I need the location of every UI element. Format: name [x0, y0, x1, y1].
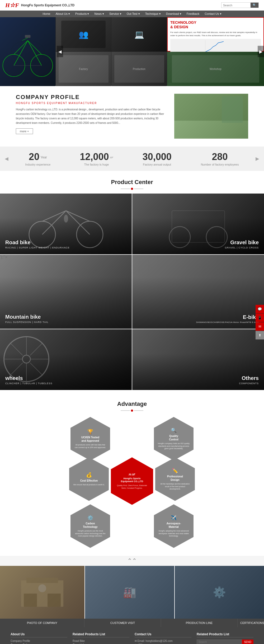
product-mountain-bike[interactable]: ');"> Mountain bike FULL SUSPENSION | HA…: [0, 255, 132, 329]
side-wechat-button[interactable]: 💬: [256, 305, 264, 313]
footer-search-input[interactable]: [197, 640, 242, 644]
more-button[interactable]: more +: [16, 128, 33, 134]
product-wheels[interactable]: wheels CLINCHER | TUBULAR | TUBELESS: [0, 329, 132, 390]
nav-home[interactable]: Home: [40, 11, 53, 17]
product-center-section: Product Center Road bike: [0, 171, 264, 390]
svg-rect-33: [26, 578, 58, 583]
product-gravel-bike[interactable]: Gravel bike GRAVEL | CYCLO CROSS: [132, 194, 264, 254]
nav-contact[interactable]: Contact Us ▾: [202, 11, 224, 17]
footer-contact-col: Contact Us ✉ Email: hongfubikes@126.com …: [135, 632, 191, 644]
footer-products-col: Related Products List Road Bike Gravel b…: [73, 632, 129, 644]
hex-quality-text: HongFu company holds an ISO quality stan…: [158, 442, 190, 450]
hex-uci-text: All products come with test data that ca…: [74, 444, 106, 449]
scroll-to-top-bar: ⌃⌃: [0, 556, 264, 566]
main-nav: Home About Us ▾ Products ▾ News ▾ Servic…: [0, 11, 264, 17]
gallery-section: 🏭 ⚙️: [0, 566, 264, 619]
footer-related2-col: Related Products List SEND links: f in ▶…: [197, 632, 253, 644]
product-center-title: Product Center: [0, 179, 264, 186]
svg-point-21: [206, 227, 227, 248]
stats-next-button[interactable]: ▶: [253, 156, 261, 162]
gallery-label-company[interactable]: PHOTO OF COMPANY: [0, 619, 84, 627]
side-message-button[interactable]: ✉: [256, 322, 264, 331]
hex-carbon-title: CarbonTechnology: [74, 522, 106, 529]
nav-download[interactable]: Download ▾: [163, 11, 184, 17]
gallery-company[interactable]: [0, 566, 84, 619]
section-divider: [0, 188, 264, 190]
hex-professional: ✏️ ProfessionalDesign All the hardships …: [155, 457, 195, 501]
footer-links-section: About Us Company Profile Company Culture…: [0, 627, 264, 644]
nav-service[interactable]: Service ▾: [107, 11, 124, 17]
others-sub: COMPONENTS: [239, 382, 259, 385]
hex-quality: 🔍 QualityControl HongFu company holds an…: [154, 417, 194, 460]
svg-line-14: [42, 211, 66, 221]
side-scroll-button[interactable]: ⬆: [256, 331, 264, 339]
hex-uci-title: UCI/EN Testedand Approved: [74, 436, 106, 443]
footer-related2-title: Related Products List: [197, 632, 253, 637]
road-bike-name: Road bike: [5, 239, 70, 246]
svg-rect-35: [24, 594, 37, 607]
hex-aerospace: ✈️ Aerospace-Material HongFu adopting th…: [154, 504, 194, 548]
stat-number: 20: [29, 151, 39, 162]
hex-cost: 💰 Cost Effective We ensure that all prod…: [69, 457, 109, 501]
nav-news[interactable]: News ▾: [92, 11, 107, 17]
svg-line-8: [22, 38, 28, 41]
stat-unit-2: m²: [110, 156, 113, 159]
logo[interactable]: H☆F HongFu Sports Equipment CO.,LTD: [5, 2, 74, 9]
hero-cell-design: 💻: [111, 17, 167, 51]
search-input[interactable]: [221, 3, 251, 7]
footer-company-profile-link[interactable]: Company Profile: [11, 640, 67, 642]
search-button[interactable]: 🔍: [251, 3, 258, 8]
scroll-top-button[interactable]: ⌃⌃: [127, 557, 137, 564]
hero-prev-button[interactable]: ◀: [57, 46, 63, 57]
stats-prev-button[interactable]: ◀: [3, 156, 11, 162]
stats-items: 20 Year Industry experience 12,000 m² Th…: [11, 151, 253, 166]
svg-rect-7: [25, 35, 31, 38]
nav-about[interactable]: About Us ▾: [53, 11, 73, 17]
hex-carbon-text: HongFu products use the most advanced ca…: [74, 530, 106, 537]
svg-point-34: [38, 584, 46, 592]
hex-uci: 🏆 UCI/EN Testedand Approved All products…: [70, 417, 110, 460]
stat-label-3: Factory annual output: [143, 163, 172, 166]
stat-number-4: 280: [201, 151, 239, 162]
stat-employees: 280 Number of factory employees: [201, 151, 239, 166]
footer-road-bike-link[interactable]: Road Bike: [73, 640, 129, 642]
product-ebike[interactable]: E-bike SHIMANO/BOSCH/BROSE/FAZUA Motor R…: [132, 255, 264, 329]
svg-line-17: [66, 211, 90, 234]
mountain-bike-sub: FULL SUSPENSION | HARD TAIL: [5, 321, 49, 323]
nav-products[interactable]: Products ▾: [73, 11, 92, 17]
product-wheels-label: wheels CLINCHER | TUBULAR | TUBELESS: [5, 375, 52, 385]
gallery-customer[interactable]: 🏭: [85, 566, 174, 619]
hero-banner: 👥 💻 TECHNOLOGY& DESIGN For each clients …: [0, 17, 264, 86]
product-road-bike[interactable]: Road bike RACING | SUPER LIGHT WEIGHT | …: [0, 194, 132, 254]
hero-cell-factory1: Factory: [56, 52, 111, 86]
side-buttons: 💬 📱 ✉ ⬆: [256, 305, 264, 339]
hex-carbon: ⚙️ CarbonTechnology HongFu products use …: [70, 504, 110, 548]
gallery-labels-bar: PHOTO OF COMPANY CUSTOMER VISIT PRODUCTI…: [0, 619, 264, 627]
divider-dot: [131, 188, 133, 190]
hero-next-button[interactable]: ▶: [258, 46, 264, 57]
hex-cost-text: We ensure that all products is worth it.: [73, 483, 105, 486]
tech-title: TECHNOLOGY& DESIGN: [170, 20, 261, 29]
stats-bar: ◀ 20 Year Industry experience 12,000 m² …: [0, 147, 264, 171]
svg-line-29: [30, 363, 43, 375]
side-whatsapp-button[interactable]: 📱: [256, 313, 264, 322]
svg-line-2: [14, 41, 28, 55]
product-grid: Road bike RACING | SUPER LIGHT WEIGHT | …: [0, 194, 264, 390]
product-others[interactable]: Others COMPONENTS: [132, 329, 264, 390]
advantage-title: Advantage: [11, 401, 253, 407]
svg-line-28: [10, 343, 23, 355]
stat-factory-size: 12,000 m² The factory is huge: [80, 151, 113, 166]
gallery-label-customer[interactable]: CUSTOMER VISIT: [84, 619, 161, 627]
gallery-production[interactable]: ⚙️: [175, 566, 264, 619]
gallery-label-certifications[interactable]: CERTIFICATIONS: [238, 619, 264, 627]
profile-subtitle: HONGFU SPORTS EQUIPMENT MANUFACTURER: [16, 102, 169, 105]
nav-technique[interactable]: Technique ▾: [143, 11, 163, 17]
product-gravel-bike-label: Gravel bike GRAVEL | CYCLO CROSS: [225, 239, 259, 249]
gallery-label-production[interactable]: PRODUCTION LINE: [161, 619, 238, 627]
hex-cost-title: Cost Effective: [73, 479, 105, 482]
footer-send-button[interactable]: SEND: [242, 640, 253, 644]
nav-feedback[interactable]: Feedback: [184, 11, 202, 17]
hex-professional-title: ProfessionalDesign: [159, 475, 191, 482]
nav-outtest[interactable]: Out Test ▾: [124, 11, 143, 17]
svg-point-9: [11, 41, 44, 63]
